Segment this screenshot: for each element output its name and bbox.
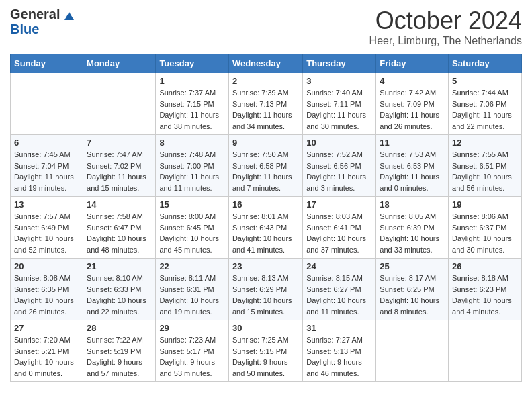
day-cell: 24Sunrise: 8:15 AM Sunset: 6:27 PM Dayli… bbox=[303, 259, 376, 320]
day-number: 15 bbox=[159, 199, 225, 210]
day-info: Sunrise: 8:17 AM Sunset: 6:25 PM Dayligh… bbox=[380, 273, 445, 317]
day-cell: 21Sunrise: 8:10 AM Sunset: 6:33 PM Dayli… bbox=[83, 259, 156, 320]
day-info: Sunrise: 8:08 AM Sunset: 6:35 PM Dayligh… bbox=[14, 273, 79, 317]
day-cell: 2Sunrise: 7:39 AM Sunset: 7:13 PM Daylig… bbox=[228, 73, 302, 135]
day-cell: 19Sunrise: 8:06 AM Sunset: 6:37 PM Dayli… bbox=[449, 197, 522, 259]
day-info: Sunrise: 7:37 AM Sunset: 7:15 PM Dayligh… bbox=[159, 87, 225, 132]
day-cell: 13Sunrise: 7:57 AM Sunset: 6:49 PM Dayli… bbox=[11, 197, 83, 259]
day-info: Sunrise: 7:58 AM Sunset: 6:47 PM Dayligh… bbox=[87, 211, 152, 255]
day-cell: 6Sunrise: 7:45 AM Sunset: 7:04 PM Daylig… bbox=[11, 135, 83, 197]
day-info: Sunrise: 8:03 AM Sunset: 6:41 PM Dayligh… bbox=[306, 211, 372, 255]
day-info: Sunrise: 7:45 AM Sunset: 7:04 PM Dayligh… bbox=[14, 149, 79, 193]
day-number: 1 bbox=[159, 76, 225, 86]
day-info: Sunrise: 8:18 AM Sunset: 6:23 PM Dayligh… bbox=[452, 273, 518, 317]
week-row-1: 1Sunrise: 7:37 AM Sunset: 7:15 PM Daylig… bbox=[11, 73, 522, 135]
day-number: 5 bbox=[452, 76, 518, 86]
header-sunday: Sunday bbox=[11, 54, 83, 73]
day-cell: 23Sunrise: 8:13 AM Sunset: 6:29 PM Dayli… bbox=[228, 259, 302, 320]
day-number: 20 bbox=[14, 261, 79, 271]
day-number: 3 bbox=[306, 76, 372, 86]
day-cell: 28Sunrise: 7:22 AM Sunset: 5:19 PM Dayli… bbox=[83, 320, 156, 382]
day-info: Sunrise: 7:39 AM Sunset: 7:13 PM Dayligh… bbox=[232, 87, 299, 132]
day-number: 17 bbox=[306, 199, 372, 210]
logo: General Blue bbox=[10, 7, 74, 36]
header-tuesday: Tuesday bbox=[156, 54, 229, 73]
day-info: Sunrise: 7:22 AM Sunset: 5:19 PM Dayligh… bbox=[87, 334, 152, 379]
day-info: Sunrise: 7:55 AM Sunset: 6:51 PM Dayligh… bbox=[452, 149, 518, 193]
day-cell: 12Sunrise: 7:55 AM Sunset: 6:51 PM Dayli… bbox=[449, 135, 522, 197]
header-monday: Monday bbox=[83, 54, 156, 73]
day-info: Sunrise: 8:13 AM Sunset: 6:29 PM Dayligh… bbox=[232, 273, 299, 317]
day-cell: 15Sunrise: 8:00 AM Sunset: 6:45 PM Dayli… bbox=[156, 197, 229, 259]
day-cell bbox=[83, 73, 156, 135]
week-row-5: 27Sunrise: 7:20 AM Sunset: 5:21 PM Dayli… bbox=[11, 320, 522, 382]
day-number: 7 bbox=[87, 138, 152, 148]
day-number: 26 bbox=[452, 261, 518, 271]
day-number: 16 bbox=[232, 199, 299, 210]
day-info: Sunrise: 8:10 AM Sunset: 6:33 PM Dayligh… bbox=[87, 273, 152, 317]
header-thursday: Thursday bbox=[303, 54, 376, 73]
day-info: Sunrise: 7:20 AM Sunset: 5:21 PM Dayligh… bbox=[14, 334, 79, 379]
day-number: 29 bbox=[159, 323, 225, 333]
week-row-2: 6Sunrise: 7:45 AM Sunset: 7:04 PM Daylig… bbox=[11, 135, 522, 197]
day-cell: 25Sunrise: 8:17 AM Sunset: 6:25 PM Dayli… bbox=[376, 259, 449, 320]
day-cell: 27Sunrise: 7:20 AM Sunset: 5:21 PM Dayli… bbox=[11, 320, 83, 382]
day-info: Sunrise: 7:53 AM Sunset: 6:53 PM Dayligh… bbox=[380, 149, 445, 193]
month-title: October 2024 bbox=[369, 7, 522, 35]
header-saturday: Saturday bbox=[449, 54, 522, 73]
day-info: Sunrise: 7:47 AM Sunset: 7:02 PM Dayligh… bbox=[87, 149, 152, 193]
day-cell: 30Sunrise: 7:25 AM Sunset: 5:15 PM Dayli… bbox=[228, 320, 302, 382]
day-info: Sunrise: 7:48 AM Sunset: 7:00 PM Dayligh… bbox=[159, 149, 225, 193]
day-number: 11 bbox=[380, 138, 445, 148]
day-info: Sunrise: 7:57 AM Sunset: 6:49 PM Dayligh… bbox=[14, 211, 79, 255]
day-number: 13 bbox=[14, 199, 79, 210]
day-info: Sunrise: 7:52 AM Sunset: 6:56 PM Dayligh… bbox=[306, 149, 372, 193]
day-cell: 17Sunrise: 8:03 AM Sunset: 6:41 PM Dayli… bbox=[303, 197, 376, 259]
day-cell: 26Sunrise: 8:18 AM Sunset: 6:23 PM Dayli… bbox=[449, 259, 522, 320]
day-number: 19 bbox=[452, 199, 518, 210]
day-info: Sunrise: 7:25 AM Sunset: 5:15 PM Dayligh… bbox=[232, 334, 299, 379]
logo-blue: Blue bbox=[10, 21, 39, 36]
day-number: 27 bbox=[14, 323, 79, 333]
day-info: Sunrise: 7:50 AM Sunset: 6:58 PM Dayligh… bbox=[232, 149, 299, 193]
day-number: 6 bbox=[14, 138, 79, 148]
day-cell bbox=[11, 73, 83, 135]
day-cell: 10Sunrise: 7:52 AM Sunset: 6:56 PM Dayli… bbox=[303, 135, 376, 197]
day-cell bbox=[449, 320, 522, 382]
day-number: 21 bbox=[87, 261, 152, 271]
day-number: 22 bbox=[159, 261, 225, 271]
days-header-row: Sunday Monday Tuesday Wednesday Thursday… bbox=[11, 54, 522, 73]
day-info: Sunrise: 7:42 AM Sunset: 7:09 PM Dayligh… bbox=[380, 87, 445, 132]
day-number: 28 bbox=[87, 323, 152, 333]
day-cell: 8Sunrise: 7:48 AM Sunset: 7:00 PM Daylig… bbox=[156, 135, 229, 197]
day-number: 23 bbox=[232, 261, 299, 271]
day-cell: 29Sunrise: 7:23 AM Sunset: 5:17 PM Dayli… bbox=[156, 320, 229, 382]
day-cell: 31Sunrise: 7:27 AM Sunset: 5:13 PM Dayli… bbox=[303, 320, 376, 382]
day-info: Sunrise: 8:00 AM Sunset: 6:45 PM Dayligh… bbox=[159, 211, 225, 255]
day-cell: 16Sunrise: 8:01 AM Sunset: 6:43 PM Dayli… bbox=[228, 197, 302, 259]
day-cell: 11Sunrise: 7:53 AM Sunset: 6:53 PM Dayli… bbox=[376, 135, 449, 197]
day-number: 4 bbox=[380, 76, 445, 86]
title-area: October 2024 Heer, Limburg, The Netherla… bbox=[369, 7, 522, 47]
logo-text: General bbox=[10, 7, 74, 21]
day-info: Sunrise: 7:44 AM Sunset: 7:06 PM Dayligh… bbox=[452, 87, 518, 132]
day-info: Sunrise: 7:23 AM Sunset: 5:17 PM Dayligh… bbox=[159, 334, 225, 379]
day-cell: 18Sunrise: 8:05 AM Sunset: 6:39 PM Dayli… bbox=[376, 197, 449, 259]
day-number: 24 bbox=[306, 261, 372, 271]
day-cell: 9Sunrise: 7:50 AM Sunset: 6:58 PM Daylig… bbox=[228, 135, 302, 197]
day-number: 18 bbox=[380, 199, 445, 210]
location: Heer, Limburg, The Netherlands bbox=[369, 35, 522, 47]
logo-general: General bbox=[10, 7, 60, 21]
day-number: 10 bbox=[306, 138, 372, 148]
day-number: 14 bbox=[87, 199, 152, 210]
day-cell bbox=[376, 320, 449, 382]
logo-triangle-icon bbox=[64, 12, 74, 20]
header-friday: Friday bbox=[376, 54, 449, 73]
day-info: Sunrise: 8:06 AM Sunset: 6:37 PM Dayligh… bbox=[452, 211, 518, 255]
day-info: Sunrise: 8:05 AM Sunset: 6:39 PM Dayligh… bbox=[380, 211, 445, 255]
day-info: Sunrise: 8:15 AM Sunset: 6:27 PM Dayligh… bbox=[306, 273, 372, 317]
day-cell: 22Sunrise: 8:11 AM Sunset: 6:31 PM Dayli… bbox=[156, 259, 229, 320]
day-number: 31 bbox=[306, 323, 372, 333]
day-info: Sunrise: 7:27 AM Sunset: 5:13 PM Dayligh… bbox=[306, 334, 372, 379]
day-cell: 3Sunrise: 7:40 AM Sunset: 7:11 PM Daylig… bbox=[303, 73, 376, 135]
